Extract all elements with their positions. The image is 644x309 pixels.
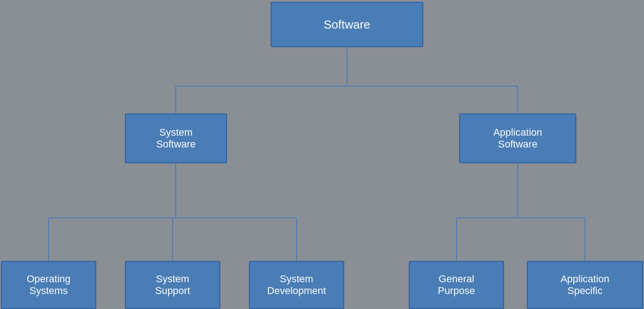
node-software: Software (271, 2, 423, 47)
node-general-purpose: General Purpose (409, 261, 504, 309)
node-application-specific: Application Specific (527, 261, 643, 309)
node-operating-systems: Operating Systems (1, 261, 96, 309)
node-application-software: Application Software (459, 113, 576, 163)
diagram: Software System Software Application Sof… (0, 0, 644, 309)
node-system-support: System Support (125, 261, 220, 309)
node-system-development: System Development (249, 261, 344, 309)
node-system-software: System Software (125, 113, 227, 163)
